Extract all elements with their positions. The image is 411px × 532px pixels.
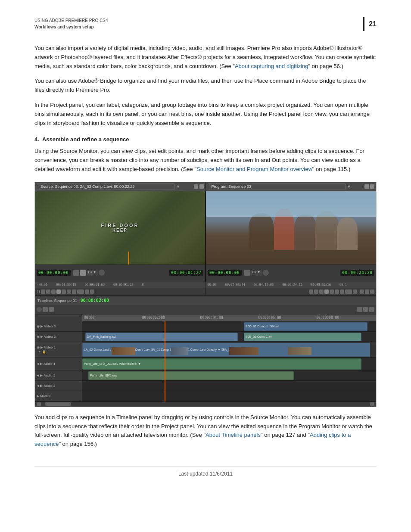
source-t-btn-9[interactable] bbox=[85, 289, 89, 294]
scroll-right-btn[interactable] bbox=[370, 402, 374, 406]
tl-tool-2[interactable] bbox=[43, 307, 48, 312]
source-t-btn-3[interactable] bbox=[51, 289, 56, 294]
video1-eye-icon[interactable]: 👁 bbox=[38, 350, 41, 354]
program-t-btn-3[interactable] bbox=[319, 289, 324, 294]
video3-content: B0D_03 Comp 1_004.avi bbox=[82, 321, 376, 332]
tl-tool-6[interactable] bbox=[369, 307, 374, 312]
video1-label: Video 1 bbox=[44, 345, 56, 349]
person-4-silhouette bbox=[315, 212, 339, 249]
source-transport: { } bbox=[35, 288, 206, 296]
track-row-audio3: ◀ ▶ Audio 3 bbox=[35, 381, 82, 391]
tl-tool-3[interactable] bbox=[49, 307, 54, 312]
program-t-btn-2[interactable] bbox=[314, 289, 318, 294]
video2-clip-1: DV_Pink_Backing.avi bbox=[85, 333, 238, 341]
footer-text: Last updated 11/6/2011 bbox=[178, 471, 233, 477]
track-labels: ◉ ▶ Video 3 ◉ ▶ Video 2 ◉ ▶ Video 1 bbox=[35, 321, 82, 401]
link-capturing[interactable]: About capturing and digitizing bbox=[235, 63, 308, 69]
video1-content: 1A_02 Comp 1.avi opacity ▼ 2A1_03 Comp 1… bbox=[82, 342, 376, 358]
video1-thumb-3 bbox=[229, 347, 258, 355]
paragraph-1: You can also import a variety of digital… bbox=[34, 44, 377, 71]
source-btn-3[interactable] bbox=[99, 270, 105, 276]
source-t-btn-4[interactable] bbox=[56, 289, 61, 294]
video1-lock-icon[interactable]: 🔒 bbox=[42, 350, 46, 354]
source-t-btn-10[interactable] bbox=[90, 289, 94, 294]
program-t-btn-12[interactable] bbox=[370, 289, 374, 294]
program-t-btn-6[interactable] bbox=[335, 289, 339, 294]
timeline-ruler-area: 00:00 00:00:02:00 00:00:04:00 00:00:06:0… bbox=[82, 314, 376, 321]
section-heading: 4. Assemble and refine a sequence bbox=[34, 136, 377, 143]
source-panel-btn-2[interactable] bbox=[199, 184, 204, 189]
program-monitor-label: Program: Sequence 03 bbox=[208, 183, 346, 190]
video2-icon: ◉ ▶ bbox=[37, 335, 43, 339]
footer: Last updated 11/6/2011 bbox=[34, 466, 377, 477]
audio3-content bbox=[82, 381, 376, 391]
program-t-btn-10[interactable] bbox=[360, 289, 364, 294]
tl-tool-1[interactable] bbox=[37, 307, 42, 312]
program-panel-btn-1[interactable] bbox=[364, 184, 369, 189]
master-icon: ▶ bbox=[37, 394, 39, 398]
video2-clip-2: B0B_02 Comp 1.avi bbox=[244, 333, 361, 341]
source-monitor: FIRE DOOR KEEP 00:00:00:00 Fx bbox=[35, 191, 206, 282]
tl-tool-5[interactable] bbox=[363, 307, 368, 312]
program-t-btn-5[interactable] bbox=[330, 289, 334, 294]
source-t-btn-7[interactable] bbox=[72, 289, 76, 294]
source-panel-btn-1[interactable] bbox=[194, 184, 198, 189]
audio1-clip: Party_Life_SFX_001.wav Volume:Level ▼ bbox=[82, 358, 361, 370]
person-1-silhouette bbox=[249, 213, 274, 250]
source-t-btn-2[interactable] bbox=[46, 289, 50, 294]
program-t-btn-7[interactable] bbox=[340, 289, 344, 294]
screenshot-container: Source: Sequence 03: 2A_03 Comp 1.avi: 0… bbox=[34, 182, 377, 407]
timeline-header: Timeline: Sequence 01 00:00:02:00 bbox=[35, 296, 376, 305]
link-timeline-panels[interactable]: About Timeline panels bbox=[206, 432, 261, 438]
link-source-monitor[interactable]: Source Monitor and Program Monitor overv… bbox=[196, 166, 312, 172]
program-btn-2[interactable] bbox=[263, 270, 269, 276]
program-t-btn-4[interactable] bbox=[324, 289, 329, 294]
source-dropdown-icon[interactable]: ▼ bbox=[176, 184, 180, 189]
tl-tool-4[interactable] bbox=[357, 307, 362, 312]
program-tc-left: 00:00:00:00 bbox=[208, 270, 242, 276]
video1-thumb-4 bbox=[288, 347, 311, 355]
video3-clip-1: B0D_03 Comp 1_004.avi bbox=[244, 322, 367, 331]
program-tc-right: 00:00:24:28 bbox=[340, 270, 374, 276]
program-panel-btn-2[interactable] bbox=[370, 184, 374, 189]
source-t-btn-5[interactable] bbox=[62, 289, 66, 294]
header-line2: Workflows and system setup bbox=[34, 24, 108, 30]
timeline-tc: 00:00:02:00 bbox=[81, 298, 109, 303]
source-tc-left: 00:00:00:00 bbox=[37, 270, 71, 276]
scroll-left-btn[interactable] bbox=[37, 402, 41, 406]
source-mark-icon[interactable]: { } bbox=[37, 289, 40, 293]
program-t-btn-9[interactable] bbox=[353, 289, 357, 294]
source-btn-1[interactable] bbox=[73, 270, 79, 276]
audio3-label: Audio 3 bbox=[44, 384, 55, 388]
track-row-audio2: ◀ ▶ Audio 2 bbox=[35, 370, 82, 381]
source-t-btn-6[interactable] bbox=[67, 289, 71, 294]
timeline-scrollbar[interactable] bbox=[35, 401, 376, 407]
audio2-label: Audio 2 bbox=[44, 373, 55, 377]
program-controls: 00:00:00:00 Fx ▼ 00:00:24:28 bbox=[206, 264, 376, 281]
source-video-content: FIRE DOOR KEEP bbox=[35, 191, 205, 264]
source-btn-2[interactable] bbox=[80, 270, 86, 276]
page-container: USING ADOBE PREMIERE PRO CS4 Workflows a… bbox=[0, 0, 411, 532]
program-dropdown-icon[interactable]: ▼ bbox=[347, 184, 351, 189]
program-btn-1[interactable] bbox=[244, 270, 250, 276]
timeline-area: Timeline: Sequence 01 00:00:02:00 bbox=[35, 296, 376, 407]
program-t-btn-11[interactable] bbox=[365, 289, 369, 294]
video1-thumb-1 bbox=[112, 347, 135, 355]
program-t-btn-1[interactable] bbox=[309, 289, 313, 294]
source-t-btn-8[interactable] bbox=[77, 289, 84, 294]
master-content bbox=[82, 391, 376, 401]
page-header: USING ADOBE PREMIERE PRO CS4 Workflows a… bbox=[34, 17, 377, 31]
source-tc-right: 00:00:01:27 bbox=[169, 270, 203, 276]
scroll-thumb[interactable] bbox=[45, 402, 71, 406]
source-t-btn-1[interactable] bbox=[41, 289, 45, 294]
video2-label: Video 2 bbox=[44, 335, 56, 339]
program-transport bbox=[206, 288, 377, 296]
link-adding-clips[interactable]: Adding clips to a sequence bbox=[34, 432, 351, 447]
program-ruler: 00:00 00:02:08:04 00:04:16:08 00:08:24:1… bbox=[206, 282, 377, 288]
program-t-btn-8[interactable] bbox=[345, 289, 352, 294]
program-ctrl-group: Fx ▼ bbox=[244, 270, 269, 276]
paragraph-4: Using the Source Monitor, you can view c… bbox=[34, 147, 377, 174]
timeline-panel-label: Timeline: Sequence 01 bbox=[37, 299, 77, 303]
person-5-silhouette bbox=[337, 218, 357, 250]
audio1-content: Party_Life_SFX_001.wav Volume:Level ▼ bbox=[82, 358, 376, 370]
